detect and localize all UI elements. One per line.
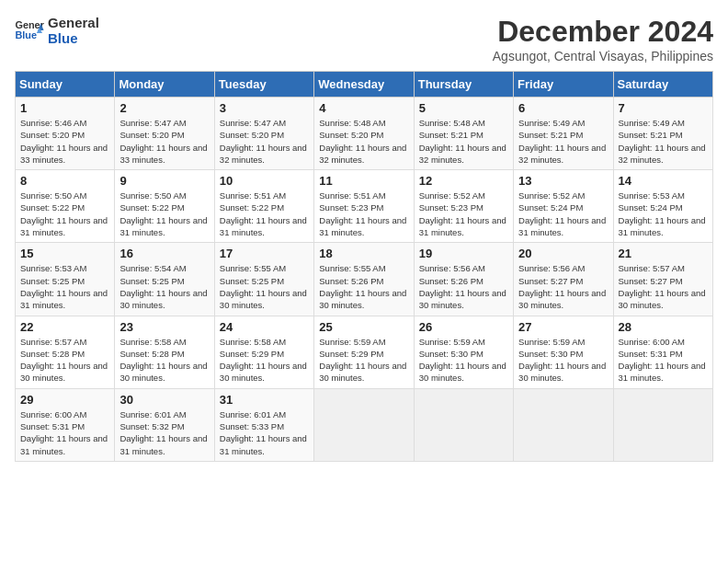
day-number: 19: [419, 247, 508, 260]
calendar-day-cell: 24Sunrise: 5:58 AMSunset: 5:29 PMDayligh…: [214, 316, 313, 388]
day-info: Sunrise: 5:56 AMSunset: 5:27 PMDaylight:…: [518, 262, 608, 311]
day-info: Sunrise: 5:53 AMSunset: 5:25 PMDaylight:…: [20, 262, 109, 311]
day-number: 2: [119, 101, 209, 115]
calendar-day-cell: 9Sunrise: 5:50 AMSunset: 5:22 PMDaylight…: [115, 170, 214, 243]
weekday-header: Wednesday: [314, 72, 414, 98]
calendar-day-cell: 1Sunrise: 5:46 AMSunset: 5:20 PMDaylight…: [16, 98, 115, 170]
calendar-day-cell: 21Sunrise: 5:57 AMSunset: 5:27 PMDayligh…: [613, 243, 712, 316]
day-number: 4: [319, 101, 408, 115]
calendar-day-cell: 23Sunrise: 5:58 AMSunset: 5:28 PMDayligh…: [115, 316, 214, 388]
calendar-day-cell: [314, 388, 414, 461]
day-number: 7: [619, 101, 708, 115]
calendar-week-row: 29Sunrise: 6:00 AMSunset: 5:31 PMDayligh…: [16, 388, 713, 461]
day-info: Sunrise: 5:58 AMSunset: 5:28 PMDaylight:…: [119, 336, 209, 385]
day-info: Sunrise: 5:55 AMSunset: 5:25 PMDaylight:…: [220, 262, 309, 311]
day-number: 6: [518, 101, 608, 115]
day-info: Sunrise: 5:47 AMSunset: 5:20 PMDaylight:…: [220, 117, 309, 166]
calendar-day-cell: 22Sunrise: 5:57 AMSunset: 5:28 PMDayligh…: [16, 316, 115, 388]
calendar-day-cell: 28Sunrise: 6:00 AMSunset: 5:31 PMDayligh…: [613, 316, 712, 388]
logo: General Blue General Blue: [15, 15, 99, 46]
day-number: 3: [220, 101, 309, 115]
weekday-header: Tuesday: [214, 72, 313, 98]
calendar-body: 1Sunrise: 5:46 AMSunset: 5:20 PMDaylight…: [16, 98, 713, 462]
day-number: 30: [119, 393, 209, 407]
day-info: Sunrise: 5:55 AMSunset: 5:26 PMDaylight:…: [319, 262, 408, 311]
day-info: Sunrise: 5:57 AMSunset: 5:27 PMDaylight:…: [619, 262, 708, 311]
day-number: 16: [119, 247, 209, 260]
calendar-day-cell: 16Sunrise: 5:54 AMSunset: 5:25 PMDayligh…: [115, 243, 214, 316]
calendar-day-cell: 12Sunrise: 5:52 AMSunset: 5:23 PMDayligh…: [414, 170, 513, 243]
calendar-day-cell: 15Sunrise: 5:53 AMSunset: 5:25 PMDayligh…: [16, 243, 115, 316]
day-info: Sunrise: 6:00 AMSunset: 5:31 PMDaylight:…: [619, 336, 708, 385]
logo-blue: Blue: [48, 30, 99, 46]
calendar-day-cell: 6Sunrise: 5:49 AMSunset: 5:21 PMDaylight…: [514, 98, 613, 170]
logo-general: General: [48, 15, 99, 30]
day-number: 9: [119, 174, 209, 188]
day-number: 12: [419, 174, 508, 188]
day-info: Sunrise: 5:52 AMSunset: 5:23 PMDaylight:…: [419, 190, 508, 238]
day-number: 18: [319, 247, 408, 260]
weekday-header: Sunday: [16, 72, 115, 98]
calendar-week-row: 1Sunrise: 5:46 AMSunset: 5:20 PMDaylight…: [16, 98, 713, 170]
calendar-day-cell: [414, 388, 513, 461]
day-number: 14: [619, 174, 708, 188]
calendar-day-cell: 19Sunrise: 5:56 AMSunset: 5:26 PMDayligh…: [414, 243, 513, 316]
page-header: General Blue General Blue December 2024 …: [15, 15, 713, 63]
day-info: Sunrise: 5:49 AMSunset: 5:21 PMDaylight:…: [619, 117, 708, 166]
calendar-day-cell: [514, 388, 613, 461]
day-info: Sunrise: 5:46 AMSunset: 5:20 PMDaylight:…: [20, 117, 109, 166]
calendar-day-cell: 20Sunrise: 5:56 AMSunset: 5:27 PMDayligh…: [514, 243, 613, 316]
day-info: Sunrise: 5:51 AMSunset: 5:22 PMDaylight:…: [220, 190, 309, 238]
day-number: 20: [518, 247, 608, 260]
day-info: Sunrise: 5:59 AMSunset: 5:29 PMDaylight:…: [319, 336, 408, 385]
calendar-day-cell: 8Sunrise: 5:50 AMSunset: 5:22 PMDaylight…: [16, 170, 115, 243]
calendar-day-cell: 30Sunrise: 6:01 AMSunset: 5:32 PMDayligh…: [115, 388, 214, 461]
calendar-day-cell: 31Sunrise: 6:01 AMSunset: 5:33 PMDayligh…: [214, 388, 313, 461]
day-number: 1: [20, 101, 109, 115]
weekday-header: Saturday: [613, 72, 712, 98]
calendar-day-cell: 18Sunrise: 5:55 AMSunset: 5:26 PMDayligh…: [314, 243, 414, 316]
calendar-header: SundayMondayTuesdayWednesdayThursdayFrid…: [16, 72, 713, 98]
calendar-day-cell: 27Sunrise: 5:59 AMSunset: 5:30 PMDayligh…: [514, 316, 613, 388]
calendar-day-cell: 13Sunrise: 5:52 AMSunset: 5:24 PMDayligh…: [514, 170, 613, 243]
day-info: Sunrise: 5:51 AMSunset: 5:23 PMDaylight:…: [319, 190, 408, 238]
weekday-header: Friday: [514, 72, 613, 98]
day-info: Sunrise: 5:47 AMSunset: 5:20 PMDaylight:…: [119, 117, 209, 166]
day-info: Sunrise: 5:54 AMSunset: 5:25 PMDaylight:…: [119, 262, 209, 311]
day-number: 31: [220, 393, 309, 407]
day-info: Sunrise: 5:59 AMSunset: 5:30 PMDaylight:…: [419, 336, 508, 385]
day-number: 29: [20, 393, 109, 407]
calendar-table: SundayMondayTuesdayWednesdayThursdayFrid…: [15, 71, 713, 462]
day-number: 11: [319, 174, 408, 188]
calendar-day-cell: 17Sunrise: 5:55 AMSunset: 5:25 PMDayligh…: [214, 243, 313, 316]
day-info: Sunrise: 5:48 AMSunset: 5:21 PMDaylight:…: [419, 117, 508, 166]
day-number: 28: [619, 320, 708, 334]
day-info: Sunrise: 5:57 AMSunset: 5:28 PMDaylight:…: [20, 336, 109, 385]
day-number: 15: [20, 247, 109, 260]
day-info: Sunrise: 5:50 AMSunset: 5:22 PMDaylight:…: [20, 190, 109, 238]
day-number: 21: [619, 247, 708, 260]
calendar-day-cell: 4Sunrise: 5:48 AMSunset: 5:20 PMDaylight…: [314, 98, 414, 170]
day-info: Sunrise: 6:00 AMSunset: 5:31 PMDaylight:…: [20, 408, 109, 457]
day-info: Sunrise: 5:53 AMSunset: 5:24 PMDaylight:…: [619, 190, 708, 238]
day-number: 17: [220, 247, 309, 260]
calendar-day-cell: [613, 388, 712, 461]
calendar-day-cell: 5Sunrise: 5:48 AMSunset: 5:21 PMDaylight…: [414, 98, 513, 170]
day-number: 13: [518, 174, 608, 188]
day-info: Sunrise: 5:49 AMSunset: 5:21 PMDaylight:…: [518, 117, 608, 166]
weekday-header: Monday: [115, 72, 214, 98]
day-number: 5: [419, 101, 508, 115]
day-number: 10: [220, 174, 309, 188]
day-info: Sunrise: 5:48 AMSunset: 5:20 PMDaylight:…: [319, 117, 408, 166]
calendar-day-cell: 10Sunrise: 5:51 AMSunset: 5:22 PMDayligh…: [214, 170, 313, 243]
calendar-week-row: 8Sunrise: 5:50 AMSunset: 5:22 PMDaylight…: [16, 170, 713, 243]
calendar-week-row: 22Sunrise: 5:57 AMSunset: 5:28 PMDayligh…: [16, 316, 713, 388]
day-number: 24: [220, 320, 309, 334]
location-title: Agsungot, Central Visayas, Philippines: [493, 49, 713, 63]
weekday-header: Thursday: [414, 72, 513, 98]
month-title: December 2024: [493, 15, 713, 49]
calendar-day-cell: 25Sunrise: 5:59 AMSunset: 5:29 PMDayligh…: [314, 316, 414, 388]
day-info: Sunrise: 5:52 AMSunset: 5:24 PMDaylight:…: [518, 190, 608, 238]
day-info: Sunrise: 6:01 AMSunset: 5:32 PMDaylight:…: [119, 408, 209, 457]
day-info: Sunrise: 5:50 AMSunset: 5:22 PMDaylight:…: [119, 190, 209, 238]
